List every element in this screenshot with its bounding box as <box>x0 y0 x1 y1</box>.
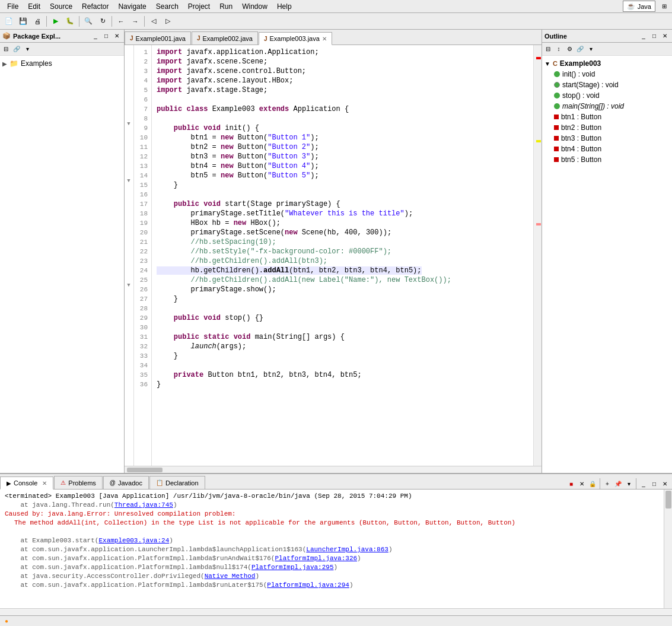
tab-icon-002: J <box>197 35 200 42</box>
launcherimpl-link[interactable]: LauncherImpl.java:863 <box>306 546 388 553</box>
editor-area: J Example001.java J Example002.java J Ex… <box>125 30 542 473</box>
tab-console[interactable]: ▶ Console ✕ <box>0 476 53 490</box>
outline-item-main[interactable]: main(String[]) : void <box>544 101 670 112</box>
tree-label-examples: Examples <box>21 59 52 68</box>
code-editor[interactable]: import javafx.application.Application; i… <box>152 45 533 466</box>
console-scrollbar[interactable] <box>664 490 672 608</box>
tab-javadoc[interactable]: @ Javadoc <box>103 476 149 489</box>
maximize-bottom-btn[interactable]: □ <box>649 479 659 488</box>
status-dot: ● <box>5 618 8 624</box>
menu-project[interactable]: Project <box>183 1 215 12</box>
fold-icon-init[interactable]: ▼ <box>125 121 133 127</box>
view-menu-btn[interactable]: ▾ <box>23 45 32 54</box>
platformimpl-link2[interactable]: PlatformImpl.java:295 <box>251 564 334 571</box>
menu-bar: File Edit Source Refactor Navigate Searc… <box>0 0 672 13</box>
menu-edit[interactable]: Edit <box>23 1 45 12</box>
save-btn[interactable]: 💾 <box>17 15 30 28</box>
platformimpl-link1[interactable]: PlatformImpl.java:326 <box>275 555 357 562</box>
outline-filter-btn[interactable]: ⚙ <box>565 45 574 54</box>
close-console-icon[interactable]: ✕ <box>42 480 47 487</box>
tab-example002[interactable]: J Example002.java <box>192 31 258 45</box>
class-icon: C <box>553 60 558 67</box>
tab-example003[interactable]: J Example003.java ✕ <box>259 32 332 45</box>
maximize-outline-btn[interactable]: □ <box>649 31 659 41</box>
tab-example001[interactable]: J Example001.java <box>125 31 191 45</box>
tab-declaration[interactable]: 📋 Declaration <box>149 476 205 489</box>
menu-refactor[interactable]: Refactor <box>77 1 113 12</box>
close-outline-btn[interactable]: ✕ <box>660 31 670 41</box>
outline-item-start[interactable]: start(Stage) : void <box>544 80 670 90</box>
fold-icon-main[interactable]: ▼ <box>125 282 133 288</box>
thread-link[interactable]: Thread.java:745 <box>114 501 173 509</box>
collapse-all-btn[interactable]: ⊟ <box>1 45 11 54</box>
minimize-bottom-btn[interactable]: _ <box>639 479 648 488</box>
console-hscrollbar[interactable] <box>0 608 672 615</box>
outline-item-stop[interactable]: stop() : void <box>544 90 670 101</box>
editor-hscrollbar[interactable] <box>125 466 542 473</box>
link-editor-btn[interactable]: 🔗 <box>12 45 21 54</box>
toolbar-sep-2 <box>79 16 79 27</box>
next-edit-btn[interactable]: → <box>129 15 142 28</box>
method-static-icon <box>554 103 560 109</box>
menu-run[interactable]: Run <box>215 1 237 12</box>
close-package-btn[interactable]: ✕ <box>112 31 122 41</box>
outline-menu-btn[interactable]: ▾ <box>586 45 595 54</box>
minimize-outline-btn[interactable]: _ <box>639 31 648 41</box>
panel-header-buttons: _ □ ✕ <box>91 31 122 41</box>
run-btn[interactable]: ▶ <box>49 15 62 28</box>
native-method-link[interactable]: Native Method <box>205 573 256 580</box>
prev-edit-btn[interactable]: ← <box>114 15 128 28</box>
tab-problems[interactable]: ⚠ Problems <box>54 476 102 489</box>
menu-navigate[interactable]: Navigate <box>113 1 151 12</box>
outline-item-btn3[interactable]: btn3 : Button <box>544 133 670 144</box>
pin-console-btn[interactable]: 📌 <box>613 479 623 488</box>
scroll-lock-btn[interactable]: 🔒 <box>588 479 597 488</box>
debug-btn[interactable]: 🐛 <box>63 15 77 28</box>
outline-header: Outline _ □ ✕ <box>542 30 672 43</box>
perspective-switcher[interactable]: ☕ Java <box>623 1 655 12</box>
search-btn[interactable]: 🔍 <box>82 15 95 28</box>
minimize-package-btn[interactable]: _ <box>91 31 100 41</box>
menu-search[interactable]: Search <box>151 1 183 12</box>
refresh-btn[interactable]: ↻ <box>96 15 109 28</box>
menu-help[interactable]: Help <box>272 1 297 12</box>
stop-console-btn[interactable]: ■ <box>566 479 576 488</box>
example003-link[interactable]: Example003.java:24 <box>98 537 169 544</box>
editor-scrollbar[interactable] <box>533 45 542 466</box>
package-explorer-panel: 📦 Package Expl... _ □ ✕ ⊟ 🔗 ▾ ▶ 📁 Exampl… <box>0 30 125 473</box>
console-menu-btn[interactable]: ▾ <box>624 479 633 488</box>
outline-sync-btn[interactable]: 🔗 <box>575 45 585 54</box>
close-bottom-btn[interactable]: ✕ <box>660 479 670 488</box>
hscroll-thumb <box>127 468 163 472</box>
outline-item-btn5[interactable]: btn5 : Button <box>544 154 670 165</box>
toolbar-sep-3 <box>112 16 112 27</box>
menu-source[interactable]: Source <box>45 1 77 12</box>
outline-label-btn1: btn1 : Button <box>561 113 601 121</box>
outline-sort-btn[interactable]: ↕ <box>554 45 563 54</box>
forward-btn[interactable]: ▷ <box>161 15 174 28</box>
outline-label-init: init() : void <box>562 70 595 78</box>
maximize-package-btn[interactable]: □ <box>101 31 111 41</box>
clear-console-btn[interactable]: ✕ <box>577 479 587 488</box>
fold-icon-start[interactable]: ▼ <box>125 178 133 184</box>
outline-collapse-btn[interactable]: ⊟ <box>543 45 553 54</box>
console-line-8: at java.security.AccessController.doPriv… <box>5 572 659 581</box>
class-arrow: ▼ <box>544 61 550 67</box>
menu-window[interactable]: Window <box>237 1 272 12</box>
outline-item-btn4[interactable]: btn4 : Button <box>544 144 670 154</box>
tab-console-label: Console <box>14 479 37 487</box>
menu-file[interactable]: File <box>2 1 23 12</box>
platformimpl-link3[interactable]: PlatformImpl.java:294 <box>267 581 349 589</box>
outline-item-btn2[interactable]: btn2 : Button <box>544 122 670 133</box>
new-btn[interactable]: 📄 <box>2 15 15 28</box>
outline-label-btn3: btn3 : Button <box>561 134 601 142</box>
outline-item-init[interactable]: init() : void <box>544 69 670 80</box>
back-btn[interactable]: ◁ <box>147 15 160 28</box>
print-btn[interactable]: 🖨 <box>31 15 44 28</box>
outline-class-item[interactable]: ▼ C Example003 <box>544 58 670 69</box>
outline-item-btn1[interactable]: btn1 : Button <box>544 112 670 122</box>
new-console-btn[interactable]: + <box>603 479 612 488</box>
tab-close-003[interactable]: ✕ <box>322 36 327 42</box>
tree-item-examples[interactable]: ▶ 📁 Examples <box>2 58 122 69</box>
open-perspective-btn[interactable]: ⊞ <box>659 1 670 12</box>
